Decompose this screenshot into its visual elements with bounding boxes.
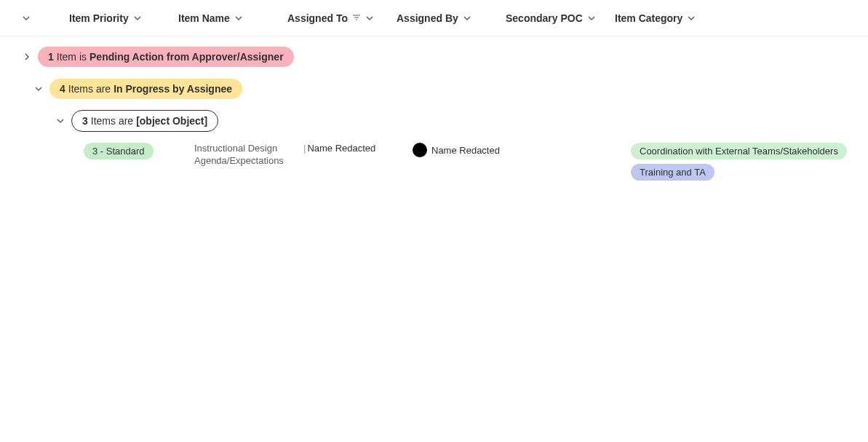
column-label: Assigned To [287, 12, 348, 24]
group-status: [object Object] [136, 115, 207, 127]
cell-category: Coordination with External Teams/Stakeho… [631, 143, 868, 181]
chevron-down-icon [22, 14, 31, 23]
chevron-down-icon [687, 14, 696, 23]
category-badge: Training and TA [631, 164, 714, 181]
column-header-category[interactable]: Item Category [615, 12, 724, 24]
group-label: Items are [68, 83, 111, 95]
column-label: Secondary POC [506, 12, 583, 24]
column-header-name[interactable]: Item Name [178, 12, 287, 24]
column-label: Item Name [178, 12, 230, 24]
column-header-assigned-by[interactable]: Assigned By [397, 12, 506, 24]
column-header-assigned-to[interactable]: Assigned To [287, 12, 397, 24]
group-label: Items are [91, 115, 133, 127]
column-label: Item Category [615, 12, 682, 24]
group-label: Item is [57, 51, 87, 63]
group-status: Pending Action from Approver/Assigner [89, 51, 284, 63]
column-header-row: Item Priority Item Name Assigned To Assi… [0, 0, 868, 36]
group-count: 3 [82, 115, 88, 127]
group-toggle-subgroup[interactable] [49, 117, 71, 125]
group-pill-subgroup[interactable]: 3 Items are [object Object] [71, 110, 218, 132]
group-count: 4 [60, 83, 65, 95]
group-toggle-pending[interactable] [16, 52, 38, 61]
category-badge: Coordination with External Teams/Stakeho… [631, 143, 847, 159]
cell-item-name: Instructional Design Agenda/Expectations [194, 143, 303, 167]
chevron-down-icon [133, 14, 142, 23]
column-label: Item Priority [69, 12, 129, 24]
cell-assigned-by: Name Redacted [413, 143, 522, 157]
chevron-down-icon [587, 14, 596, 23]
cell-assigned-to: | Name Redacted [303, 143, 413, 154]
chevron-down-icon [463, 14, 471, 23]
group-toggle-in-progress[interactable] [28, 84, 49, 93]
group-row-pending: 1 Item is Pending Action from Approver/A… [0, 41, 868, 73]
expand-all-toggle[interactable] [22, 14, 69, 23]
assigned-to-name: Name Redacted [307, 143, 375, 154]
cell-priority: 3 - Standard [0, 143, 194, 159]
chevron-down-icon [234, 14, 243, 23]
group-row-in-progress: 4 Items are In Progress by Assignee [0, 73, 868, 105]
pipe-icon: | [303, 143, 306, 154]
filter-icon [352, 12, 361, 24]
group-pill-pending[interactable]: 1 Item is Pending Action from Approver/A… [38, 47, 294, 67]
group-row-subgroup: 3 Items are [object Object] [0, 105, 868, 137]
group-status: In Progress by Assignee [114, 83, 232, 95]
assigned-by-name: Name Redacted [431, 145, 500, 156]
chevron-down-icon [365, 14, 374, 23]
group-pill-in-progress[interactable]: 4 Items are In Progress by Assignee [49, 79, 242, 99]
column-header-priority[interactable]: Item Priority [69, 12, 178, 24]
column-header-secondary-poc[interactable]: Secondary POC [506, 12, 615, 24]
table-row[interactable]: 3 - Standard Instructional Design Agenda… [0, 137, 868, 186]
priority-badge: 3 - Standard [84, 143, 154, 159]
column-label: Assigned By [397, 12, 458, 24]
group-count: 1 [48, 51, 54, 63]
avatar [413, 143, 427, 157]
